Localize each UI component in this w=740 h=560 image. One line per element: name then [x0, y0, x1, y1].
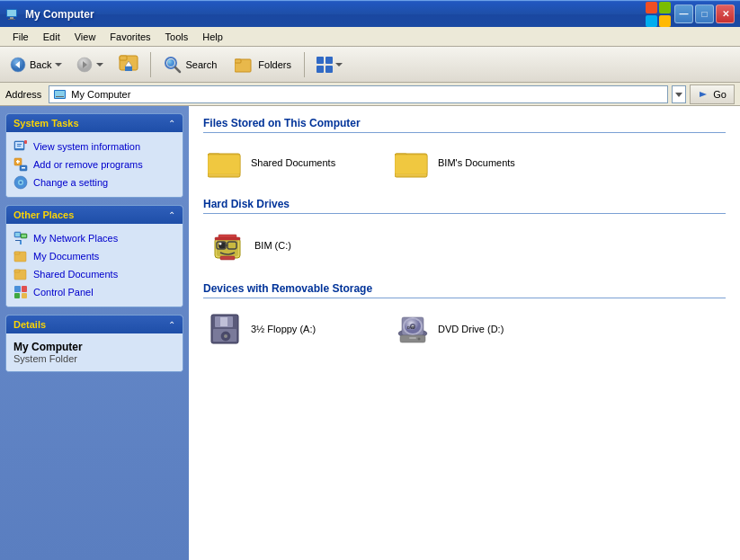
floppy-a-drive-item[interactable]: 3½ Floppy (A:) [203, 307, 383, 351]
svg-rect-6 [646, 15, 657, 27]
files-section-header: Files Stored on This Computer [203, 117, 726, 133]
forward-icon [76, 57, 93, 73]
shared-documents-drive-item[interactable]: Shared Documents [203, 142, 383, 183]
view-system-info-item[interactable]: View system information [13, 138, 175, 156]
svg-rect-24 [325, 57, 333, 64]
search-button[interactable]: Search [156, 50, 225, 79]
files-items-row: Shared Documents BIM's Documents [203, 142, 726, 183]
change-setting-item[interactable]: Change a setting [13, 173, 175, 191]
shared-documents-label: Shared Documents [33, 269, 118, 280]
network-places-item[interactable]: My Network Places [13, 229, 175, 247]
view-button[interactable] [309, 50, 349, 79]
bim-documents-drive-item[interactable]: BIM's Documents [390, 142, 570, 183]
details-item-subtitle: System Folder [13, 353, 175, 364]
go-label: Go [713, 89, 727, 100]
view-dropdown-icon [335, 61, 343, 68]
shared-documents-item[interactable]: Shared Documents [13, 265, 175, 283]
menu-edit[interactable]: Edit [36, 30, 67, 44]
maximize-button[interactable]: □ [695, 4, 714, 23]
address-label: Address [5, 89, 41, 100]
toolbar-separator-1 [150, 52, 151, 77]
svg-rect-35 [17, 144, 22, 145]
hdd-items-row: BIM (C:) [203, 223, 726, 268]
svg-marker-27 [335, 63, 343, 67]
window-title: My Computer [25, 8, 646, 21]
svg-rect-92 [409, 337, 416, 339]
other-places-title: Other Places [13, 209, 74, 220]
address-dropdown[interactable] [672, 85, 686, 103]
address-icon [53, 87, 67, 102]
svg-rect-63 [208, 155, 240, 174]
toolbar: Back Search [0, 47, 740, 83]
toolbar-separator-2 [304, 52, 305, 77]
control-panel-item[interactable]: Control Panel [13, 283, 175, 301]
view-system-info-label: View system information [33, 141, 140, 152]
my-documents-item[interactable]: My Documents [13, 247, 175, 265]
svg-point-93 [418, 338, 421, 341]
svg-marker-10 [55, 63, 62, 67]
right-panel: Files Stored on This Computer Shared Doc… [189, 106, 740, 560]
svg-rect-47 [15, 233, 20, 236]
up-button[interactable] [111, 50, 146, 79]
svg-rect-51 [15, 240, 21, 241]
system-tasks-header[interactable]: System Tasks ⌃ [6, 114, 183, 132]
menu-file[interactable]: File [5, 30, 36, 44]
svg-rect-56 [14, 286, 21, 292]
left-panel: System Tasks ⌃ View system information [0, 106, 189, 560]
svg-rect-4 [646, 2, 657, 13]
other-places-collapse[interactable]: ⌃ [168, 210, 175, 220]
svg-line-20 [175, 67, 180, 72]
address-value: My Computer [71, 89, 130, 100]
window-controls: — □ ✕ [674, 4, 735, 23]
system-tasks-collapse[interactable]: ⌃ [168, 119, 175, 129]
bim-c-drive-item[interactable]: BIM (C:) [203, 223, 383, 268]
other-places-header[interactable]: Other Places ⌃ [6, 206, 183, 224]
svg-marker-17 [125, 67, 132, 71]
folders-button[interactable]: Folders [227, 50, 299, 79]
other-places-panel: Other Places ⌃ My Network Places [5, 205, 183, 307]
menu-tools[interactable]: Tools [158, 30, 196, 44]
removable-section-header: Devices with Removable Storage [203, 282, 726, 298]
details-header[interactable]: Details ⌃ [6, 316, 183, 333]
svg-rect-58 [14, 293, 20, 298]
details-title: Details [13, 319, 46, 330]
svg-rect-57 [22, 286, 27, 292]
svg-rect-3 [8, 19, 15, 20]
folders-icon [235, 56, 254, 74]
system-tasks-title: System Tasks [13, 118, 79, 129]
dvd-d-drive-item[interactable]: DVD DVD Drive (D:) [390, 307, 570, 351]
system-tasks-body: View system information Add or remove pr… [6, 132, 183, 197]
svg-marker-13 [96, 63, 103, 67]
forward-button[interactable] [70, 50, 110, 79]
svg-rect-23 [317, 57, 324, 64]
svg-rect-1 [7, 10, 16, 16]
go-button[interactable]: Go [690, 84, 735, 104]
back-label: Back [30, 59, 51, 70]
view-icon [316, 56, 334, 74]
svg-rect-15 [120, 56, 127, 60]
svg-rect-80 [220, 317, 227, 326]
svg-rect-40 [17, 160, 19, 164]
back-button[interactable]: Back [4, 50, 68, 79]
bim-documents-label: BIM's Documents [438, 157, 515, 168]
details-collapse[interactable]: ⌃ [168, 320, 175, 330]
address-input[interactable]: My Computer [49, 85, 668, 103]
shared-documents-label: Shared Documents [251, 157, 335, 168]
menu-help[interactable]: Help [195, 30, 230, 44]
add-remove-programs-label: Add or remove programs [33, 159, 143, 170]
details-body: My Computer System Folder [6, 333, 183, 371]
setting-icon [13, 175, 28, 190]
close-button[interactable]: ✕ [716, 4, 735, 23]
menu-favorites[interactable]: Favorites [103, 30, 157, 44]
svg-rect-7 [659, 15, 671, 27]
add-remove-programs-item[interactable]: Add or remove programs [13, 156, 175, 173]
floppy-a-label: 3½ Floppy (A:) [251, 324, 316, 334]
minimize-button[interactable]: — [674, 4, 693, 23]
menu-view[interactable]: View [67, 30, 103, 44]
chevron-down-icon [675, 91, 682, 98]
svg-rect-55 [14, 270, 20, 272]
svg-rect-2 [10, 17, 13, 19]
main-area: System Tasks ⌃ View system information [0, 106, 740, 560]
svg-rect-76 [215, 237, 240, 240]
menu-bar: File Edit View Favorites Tools Help [0, 27, 740, 47]
